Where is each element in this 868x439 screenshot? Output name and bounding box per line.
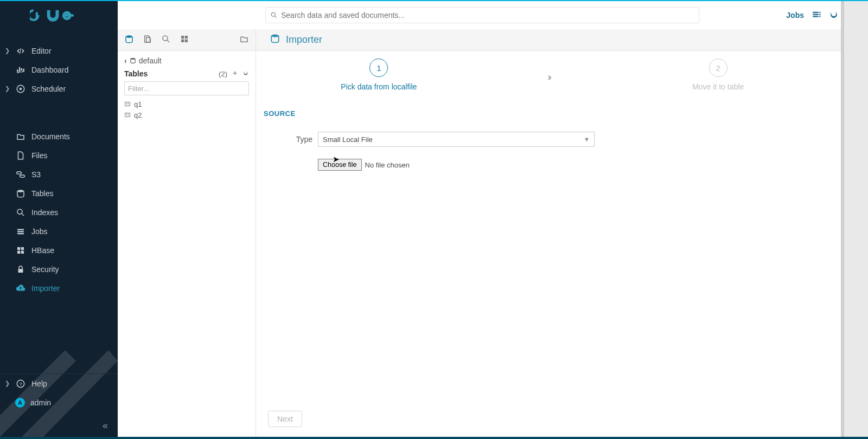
chevron-left-icon: ‹: [124, 56, 127, 65]
tables-filter-input[interactable]: [124, 81, 249, 95]
table-icon: [124, 101, 131, 107]
svg-point-7: [17, 209, 22, 214]
svg-rect-31: [185, 39, 188, 42]
type-label: Type: [256, 135, 318, 144]
sidebar-item-editor[interactable]: ❯ Editor: [0, 41, 118, 60]
cloud-upload-icon: [15, 283, 26, 294]
sidebar-item-files[interactable]: ❯ Files: [0, 146, 118, 165]
database-icon: [270, 33, 280, 47]
svg-text:?: ?: [19, 381, 22, 386]
svg-rect-30: [181, 39, 184, 42]
svg-point-27: [163, 36, 168, 41]
svg-rect-24: [819, 16, 820, 17]
nav-label: Dashboard: [31, 66, 69, 74]
breadcrumb[interactable]: ‹ default: [124, 56, 249, 65]
sidebar-item-tables[interactable]: ❯ Tables: [0, 184, 118, 203]
svg-rect-29: [185, 36, 188, 38]
search-input[interactable]: [281, 11, 694, 20]
chevron-right-icon: ❯: [4, 380, 10, 387]
avatar: A: [15, 398, 25, 408]
next-button[interactable]: Next: [268, 411, 302, 427]
sidebar-item-documents[interactable]: ❯ Documents: [0, 127, 118, 146]
svg-rect-10: [17, 233, 24, 234]
nav-label: S3: [31, 170, 41, 179]
table-row[interactable]: q1: [124, 99, 249, 109]
assist-tab-documents[interactable]: [239, 34, 249, 46]
svg-rect-22: [819, 11, 820, 12]
svg-point-5: [20, 175, 25, 177]
svg-point-26: [126, 35, 132, 38]
collapse-sidebar-button[interactable]: «: [103, 420, 108, 431]
svg-point-6: [17, 190, 24, 192]
wizard-step-1[interactable]: 1 Pick data from localfile: [303, 59, 455, 91]
svg-rect-15: [18, 269, 23, 273]
sidebar-item-dashboard[interactable]: ❯ Dashboard: [0, 60, 118, 79]
jobs-link[interactable]: Jobs: [786, 11, 804, 20]
wizard-step-2[interactable]: 2 Move it to table: [642, 59, 794, 91]
svg-rect-0: [36, 12, 38, 18]
step-number: 2: [709, 59, 727, 77]
assist-panel: ‹ default Tables (2) q1 q2: [118, 29, 256, 437]
refresh-icon[interactable]: [242, 70, 249, 78]
jobs-list-icon[interactable]: [812, 10, 821, 21]
nav-label: HBase: [31, 246, 54, 255]
left-sidebar: ❯ Editor ❯ Dashboard ❯ Scheduler ❯ Doc: [0, 1, 118, 437]
table-row[interactable]: q2: [124, 109, 249, 120]
assist-tab-db[interactable]: [124, 34, 134, 46]
sidebar-item-hbase[interactable]: ❯ HBase: [0, 241, 118, 260]
svg-point-3: [20, 87, 22, 90]
sidebar-item-scheduler[interactable]: ❯ Scheduler: [0, 79, 118, 98]
right-scrollbar-gutter: [841, 1, 868, 437]
search-icon: [270, 11, 278, 19]
step-label: Pick data from localfile: [341, 82, 417, 91]
sidebar-item-indexes[interactable]: ❯ Indexes: [0, 203, 118, 222]
search-icon: [15, 207, 26, 218]
assist-tab-search[interactable]: [161, 34, 171, 46]
choose-file-button[interactable]: Choose file: [318, 159, 362, 171]
nav-label: Jobs: [31, 227, 48, 236]
dashboard-icon: [15, 64, 26, 75]
svg-rect-33: [125, 102, 130, 106]
lock-icon: [15, 264, 26, 275]
chevron-right-icon: ❯: [4, 47, 10, 54]
s3-icon: [15, 169, 26, 180]
sidebar-item-jobs[interactable]: ❯ Jobs: [0, 222, 118, 241]
type-select-value: Small Local File: [323, 135, 373, 144]
type-select[interactable]: Small Local File ▼: [318, 132, 595, 147]
nav-label: Editor: [31, 47, 52, 55]
svg-rect-20: [813, 14, 819, 15]
app-logo[interactable]: [0, 1, 118, 29]
nav-label: Security: [31, 265, 59, 274]
history-icon[interactable]: [829, 10, 839, 21]
sidebar-item-help[interactable]: ❯ ? Help: [0, 374, 118, 393]
importer-main: 1 Pick data from localfile ›› 2 Move it …: [256, 51, 841, 437]
table-name: q2: [134, 111, 142, 119]
nav-label: admin: [30, 398, 51, 407]
page-title: Importer: [286, 34, 322, 46]
sidebar-item-s3[interactable]: ❯ S3: [0, 165, 118, 184]
assist-tab-apps[interactable]: [180, 34, 189, 46]
nav-label: Indexes: [31, 208, 58, 217]
svg-rect-9: [17, 231, 24, 232]
caret-down-icon: ▼: [584, 136, 590, 143]
svg-point-32: [131, 58, 135, 60]
nav-label: Documents: [31, 132, 70, 141]
nav-label: Importer: [31, 284, 60, 293]
sidebar-item-user[interactable]: ❯ A admin: [0, 393, 118, 412]
scheduler-icon: [15, 83, 26, 94]
file-status-text: No file chosen: [365, 161, 410, 169]
nav-label: Help: [31, 379, 47, 388]
global-search[interactable]: [265, 7, 699, 23]
sidebar-item-security[interactable]: ❯ Security: [0, 260, 118, 279]
add-table-button[interactable]: [232, 70, 238, 78]
assist-tab-files[interactable]: [143, 34, 152, 46]
svg-rect-34: [125, 113, 130, 117]
svg-point-4: [17, 171, 22, 174]
svg-rect-12: [21, 247, 24, 250]
svg-rect-13: [17, 250, 20, 253]
step-number: 1: [369, 59, 388, 77]
svg-rect-11: [17, 247, 20, 250]
primary-nav: ❯ Editor ❯ Dashboard ❯ Scheduler ❯ Doc: [0, 29, 118, 298]
top-bar: Jobs: [118, 1, 841, 29]
sidebar-item-importer[interactable]: ❯ Importer: [0, 279, 118, 298]
